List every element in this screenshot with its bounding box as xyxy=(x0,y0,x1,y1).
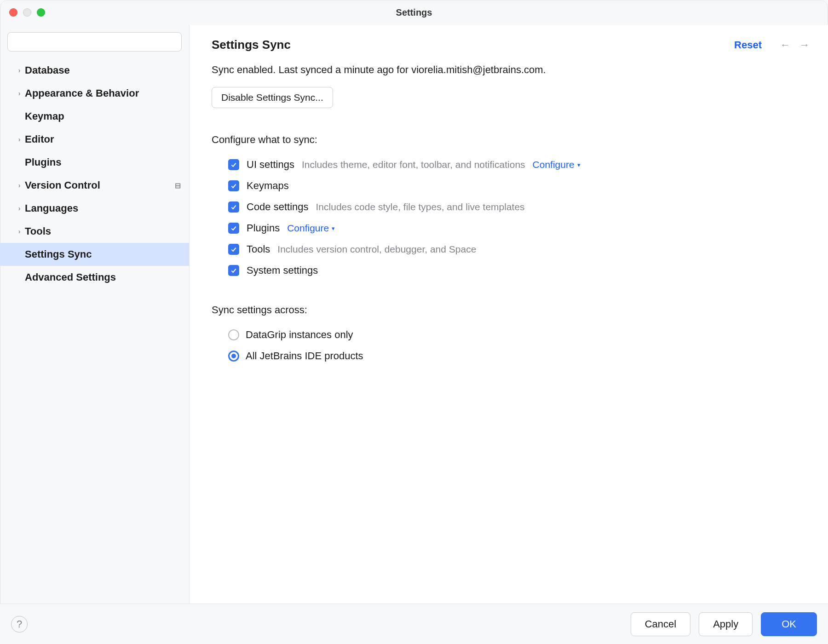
minimize-window-button[interactable] xyxy=(23,8,31,17)
chevron-right-icon: › xyxy=(14,67,25,74)
sidebar-item-label: Settings Sync xyxy=(25,248,181,260)
traffic-lights xyxy=(0,8,45,17)
search-input[interactable] xyxy=(7,32,182,52)
sidebar-item-label: Appearance & Behavior xyxy=(25,87,181,99)
project-scope-icon: ⊟ xyxy=(175,181,181,190)
sidebar-item-label: Plugins xyxy=(25,156,181,168)
nav-arrows: ← → xyxy=(780,39,810,51)
sidebar-item-version-control[interactable]: ›Version Control⊟ xyxy=(0,174,189,197)
sidebar-item-label: Tools xyxy=(25,225,181,237)
reset-link[interactable]: Reset xyxy=(734,39,762,51)
radio-label: DataGrip instances only xyxy=(246,329,353,341)
sidebar-item-advanced-settings[interactable]: ›Advanced Settings xyxy=(0,266,189,289)
checkbox-label: Plugins xyxy=(247,222,280,234)
page-title: Settings Sync xyxy=(212,38,727,52)
chevron-right-icon: › xyxy=(14,136,25,143)
sidebar-item-languages[interactable]: ›Languages xyxy=(0,197,189,220)
radio-label: All JetBrains IDE products xyxy=(246,350,363,362)
sidebar-item-plugins[interactable]: ›Plugins xyxy=(0,151,189,174)
sidebar-item-label: Editor xyxy=(25,133,181,145)
sync-option-keymaps: Keymaps xyxy=(212,175,806,196)
checkbox-label: Keymaps xyxy=(247,180,289,192)
sidebar-item-label: Languages xyxy=(25,202,181,214)
chevron-right-icon: › xyxy=(14,182,25,189)
content: Sync enabled. Last synced a minute ago f… xyxy=(190,61,828,604)
footer: ? Cancel Apply OK xyxy=(0,604,828,644)
forward-arrow-icon[interactable]: → xyxy=(799,39,810,51)
titlebar: Settings xyxy=(0,0,828,25)
checkbox-hint: Includes theme, editor font, toolbar, an… xyxy=(302,159,525,170)
maximize-window-button[interactable] xyxy=(37,8,45,17)
back-arrow-icon[interactable]: ← xyxy=(780,39,790,51)
sidebar-item-database[interactable]: ›Database xyxy=(0,59,189,82)
checkbox-label: System settings xyxy=(247,264,318,276)
checkbox[interactable] xyxy=(228,159,239,170)
body: ▾ ›Database›Appearance & Behavior›Keymap… xyxy=(0,25,828,604)
checkbox[interactable] xyxy=(228,265,239,276)
configure-link[interactable]: Configure▾ xyxy=(287,223,335,234)
checkbox-label: Code settings xyxy=(247,201,309,213)
checkbox-hint: Includes version control, debugger, and … xyxy=(277,244,476,255)
checkbox[interactable] xyxy=(228,201,239,213)
sidebar-item-label: Version Control xyxy=(25,179,175,191)
sync-option-tools: ToolsIncludes version control, debugger,… xyxy=(212,239,806,260)
checkbox-label: Tools xyxy=(247,243,270,255)
main-panel: Settings Sync Reset ← → Sync enabled. La… xyxy=(190,25,828,604)
checkbox-hint: Includes code style, file types, and liv… xyxy=(316,201,525,213)
disable-sync-button[interactable]: Disable Settings Sync... xyxy=(212,87,333,108)
close-window-button[interactable] xyxy=(9,8,17,17)
cancel-button[interactable]: Cancel xyxy=(631,612,690,636)
help-icon[interactable]: ? xyxy=(11,616,28,632)
sidebar-item-label: Keymap xyxy=(25,110,181,122)
sync-option-code-settings: Code settingsIncludes code style, file t… xyxy=(212,196,806,218)
sync-option-plugins: PluginsConfigure▾ xyxy=(212,218,806,239)
sidebar-item-label: Database xyxy=(25,64,181,76)
sync-option-system-settings: System settings xyxy=(212,260,806,281)
checkbox-label: UI settings xyxy=(247,159,294,171)
sync-status: Sync enabled. Last synced a minute ago f… xyxy=(212,64,806,76)
configure-link[interactable]: Configure▾ xyxy=(533,159,581,170)
apply-button[interactable]: Apply xyxy=(699,612,753,636)
chevron-down-icon: ▾ xyxy=(577,161,581,168)
nav-list: ›Database›Appearance & Behavior›Keymap›E… xyxy=(0,59,189,604)
chevron-right-icon: › xyxy=(14,228,25,235)
chevron-right-icon: › xyxy=(14,205,25,212)
sidebar: ▾ ›Database›Appearance & Behavior›Keymap… xyxy=(0,25,190,604)
sidebar-item-tools[interactable]: ›Tools xyxy=(0,220,189,243)
checkbox[interactable] xyxy=(228,180,239,191)
ok-button[interactable]: OK xyxy=(761,612,817,636)
settings-window: Settings ▾ ›Database›Appearance & Behavi… xyxy=(0,0,828,644)
sidebar-item-label: Advanced Settings xyxy=(25,271,181,283)
sidebar-item-appearance-behavior[interactable]: ›Appearance & Behavior xyxy=(0,82,189,105)
sidebar-item-settings-sync[interactable]: ›Settings Sync xyxy=(0,243,189,266)
checkbox[interactable] xyxy=(228,244,239,255)
sync-option-ui-settings: UI settingsIncludes theme, editor font, … xyxy=(212,154,806,175)
sync-across-title: Sync settings across: xyxy=(212,304,806,316)
sync-across-option: DataGrip instances only xyxy=(212,324,806,345)
sidebar-item-editor[interactable]: ›Editor xyxy=(0,128,189,151)
radio-button[interactable] xyxy=(228,329,239,340)
window-title: Settings xyxy=(396,7,432,18)
chevron-right-icon: › xyxy=(14,90,25,97)
checkbox[interactable] xyxy=(228,223,239,234)
sync-across-option: All JetBrains IDE products xyxy=(212,345,806,367)
sidebar-item-keymap[interactable]: ›Keymap xyxy=(0,105,189,128)
radio-button[interactable] xyxy=(228,351,239,362)
configure-title: Configure what to sync: xyxy=(212,134,806,146)
chevron-down-icon: ▾ xyxy=(332,225,335,232)
